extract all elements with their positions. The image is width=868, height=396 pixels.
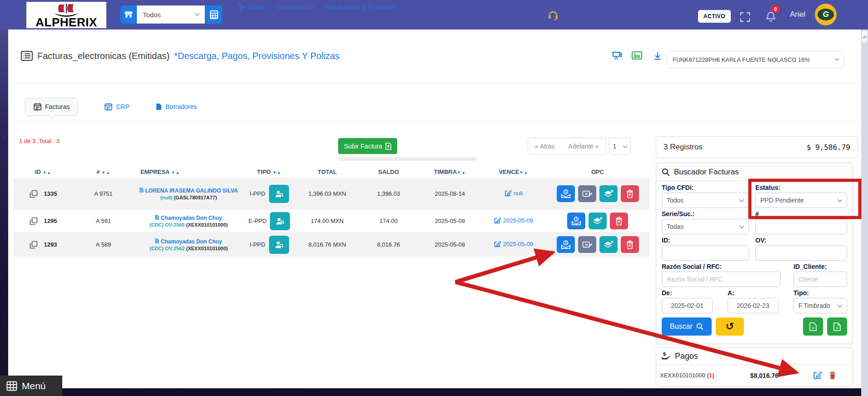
estatus-select[interactable]: PPD Pendiente (755, 193, 847, 208)
scrollbar-thumb[interactable] (862, 31, 867, 43)
col-header-num[interactable]: # ▼▲ (73, 166, 134, 178)
store-select[interactable]: Todos (137, 5, 205, 24)
pagination: « Atras Adelante » 1 (528, 138, 631, 155)
alpherix-logo[interactable]: ALPHERIX (26, 2, 106, 28)
tipo-fecha-select[interactable]: F.Timbrado (793, 298, 847, 313)
vence-edit-link[interactable]: null (504, 190, 523, 197)
company-link[interactable]: Chamoyadas Don Chuy (155, 238, 222, 245)
copy-icon[interactable] (30, 241, 38, 249)
col-header-id[interactable]: ID ▼▲ (14, 166, 73, 178)
upload-progress-bar (338, 157, 477, 161)
company-select[interactable]: FUNK671228PH6 KARLA FUENTE NOLASCO 16% (667, 51, 844, 68)
search-icon (662, 168, 670, 176)
delete-button[interactable] (610, 213, 628, 229)
sort-icons[interactable]: ▼▲ (101, 170, 110, 175)
payment-button[interactable]: $ (567, 213, 585, 229)
reset-button[interactable]: ↺ (716, 317, 744, 336)
layers-add-button[interactable] (589, 213, 607, 229)
delete-pago-icon[interactable] (829, 371, 836, 380)
copy-icon[interactable] (30, 190, 38, 198)
upload-invoice-button[interactable]: Subir Factura (338, 138, 397, 154)
ov-input[interactable] (755, 245, 847, 261)
tabs-underline (8, 120, 861, 120)
tipo-fecha-label: Tipo: (793, 289, 847, 297)
payment-button[interactable]: $ (557, 185, 575, 202)
prev-page-button[interactable]: « Atras (528, 143, 562, 150)
export-excel-button[interactable]: x (803, 317, 823, 336)
header-divider (8, 83, 861, 84)
col-header-vence[interactable]: VENCE▼▲ (482, 166, 545, 178)
serie-select[interactable]: Todas (662, 219, 749, 234)
search-panel-header: Buscador Facturas (656, 163, 853, 181)
tab-facturas[interactable]: Facturas (25, 98, 78, 116)
note-edit-button[interactable]: $ (578, 185, 596, 202)
delete-button[interactable] (621, 185, 639, 202)
delete-button[interactable] (621, 236, 639, 253)
store-button[interactable] (120, 5, 137, 24)
col-header-empresa[interactable]: EMPRESA ▼▲ (134, 166, 243, 178)
client-detail-button[interactable] (270, 212, 290, 230)
payment-button[interactable]: $ (557, 236, 575, 253)
company-select-value: FUNK671228PH6 KARLA FUENTE NOLASCO 16% (673, 56, 810, 63)
nav-link-vacaciones[interactable]: Vacaciones y Permisos (326, 3, 396, 10)
layers-add-button[interactable] (599, 236, 618, 253)
buscar-button[interactable]: Buscar (662, 317, 712, 336)
sort-icons[interactable]: ▼▲ (457, 170, 466, 175)
export-excel-alt-button[interactable]: x (827, 317, 847, 336)
col-header-tipo[interactable]: TIPO ▼▲ (243, 166, 295, 178)
download-icon[interactable] (653, 51, 662, 60)
search-panel: Buscador Facturas Tipo CFDi: Todos Estat… (656, 163, 853, 344)
svg-text:$: $ (564, 189, 567, 193)
chevron-down-icon (837, 197, 842, 202)
activo-status-button[interactable]: ACTIVO (698, 10, 731, 23)
sort-icons[interactable]: ▼▲ (273, 170, 282, 175)
next-page-button[interactable]: Adelante » (562, 143, 606, 150)
tab-bar: Facturas CRP Borradores (25, 98, 197, 116)
invoice-total: 174.00 MXN (295, 209, 359, 233)
page-select[interactable]: 1 (609, 138, 631, 155)
date-from-input[interactable] (662, 298, 713, 313)
col-header-timbra[interactable]: TIMBRA▼▲ (418, 166, 482, 178)
copy-icon[interactable] (30, 217, 38, 225)
menu-button[interactable]: Menú (0, 376, 62, 396)
vertical-scrollbar[interactable] (861, 30, 868, 396)
pagos-header: $ Pagos (656, 348, 853, 365)
records-total-amount: $ 9,586.79 (807, 143, 850, 152)
fullscreen-icon[interactable] (740, 12, 750, 22)
tab-borradores[interactable]: Borradores (156, 103, 197, 110)
company-rfc: (XEXX010101000) (186, 246, 228, 251)
client-detail-button[interactable] (269, 185, 289, 203)
edit-pago-icon[interactable] (813, 371, 822, 380)
pago-count: (1) (707, 372, 714, 379)
layers-add-button[interactable] (599, 185, 618, 202)
presentation-icon[interactable] (612, 51, 622, 60)
id-cliente-input[interactable] (793, 272, 847, 287)
nav-link-gantt[interactable]: Gantt (238, 3, 265, 10)
company-rfc: (GASL780917A77) (174, 195, 217, 200)
note-edit-button[interactable]: $ (578, 236, 596, 253)
vence-edit-link[interactable]: 2025-05-09 (494, 241, 534, 248)
tab-crp[interactable]: CRP (105, 103, 130, 110)
notification-badge: 0 (771, 5, 780, 13)
nav-link-desempeno[interactable]: Desempeño (277, 3, 314, 10)
invoices-table: ID ▼▲ # ▼▲ EMPRESA ▼▲ TIPO ▼▲ TOTAL SALD… (14, 166, 650, 257)
razon-social-input[interactable] (662, 272, 781, 287)
user-avatar[interactable]: G (815, 4, 837, 25)
sort-icons[interactable]: ▼▲ (171, 170, 180, 175)
vence-edit-link[interactable]: 2025-05-09 (494, 217, 534, 224)
username[interactable]: Ariel (790, 10, 805, 19)
sort-icons[interactable]: ▼▲ (42, 170, 51, 175)
client-detail-button[interactable] (269, 236, 289, 254)
chevron-down-icon (195, 11, 200, 16)
company-link[interactable]: Chamoyadas Don Chuy (155, 215, 222, 221)
tipo-cfdi-select[interactable]: Todos (662, 193, 749, 208)
date-to-input[interactable] (728, 298, 778, 313)
num-input[interactable] (755, 219, 847, 234)
serie-label: Serie/Suc.: (662, 210, 749, 218)
sort-icons[interactable]: ▼▲ (519, 170, 528, 175)
company-link[interactable]: LORENA IRASEMA GALINDO SILVA (140, 188, 238, 194)
card-list-icon[interactable] (632, 51, 642, 59)
id-input[interactable] (662, 245, 749, 261)
support-headset-icon[interactable] (548, 10, 559, 21)
calendar-button[interactable] (206, 5, 222, 24)
